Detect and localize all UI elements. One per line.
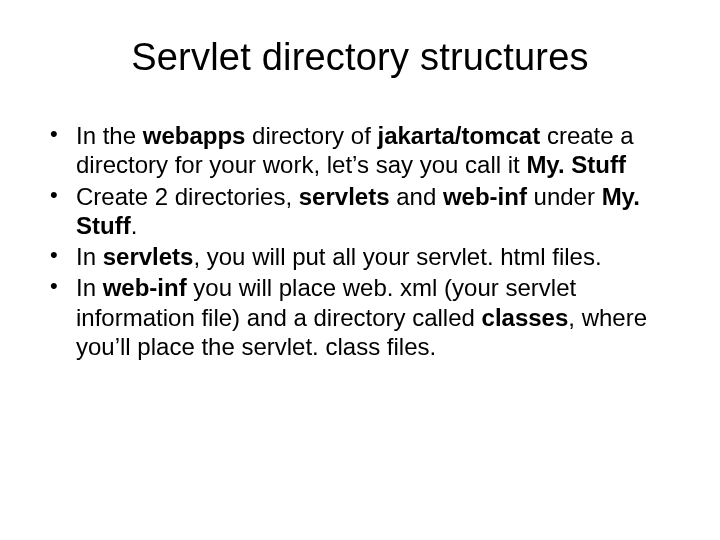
text-run: , you will put all your servlet. html fi… xyxy=(193,243,601,270)
text-run: . xyxy=(131,212,138,239)
list-item: In web-inf you will place web. xml (your… xyxy=(40,273,680,361)
text-run: directory of xyxy=(245,122,377,149)
bullet-list: In the webapps directory of jakarta/tomc… xyxy=(36,121,684,361)
list-item: In the webapps directory of jakarta/tomc… xyxy=(40,121,680,180)
text-run: In xyxy=(76,243,103,270)
text-run: webapps xyxy=(143,122,246,149)
text-run: and xyxy=(390,183,443,210)
text-run: My. Stuff xyxy=(526,151,626,178)
text-run: web-inf xyxy=(103,274,187,301)
text-run: servlets xyxy=(299,183,390,210)
text-run: Create 2 directories, xyxy=(76,183,299,210)
text-run: under xyxy=(527,183,602,210)
text-run: classes xyxy=(482,304,569,331)
text-run: web-inf xyxy=(443,183,527,210)
list-item: In servlets, you will put all your servl… xyxy=(40,242,680,271)
page-title: Servlet directory structures xyxy=(36,36,684,79)
text-run: servlets xyxy=(103,243,194,270)
text-run: In xyxy=(76,274,103,301)
slide: Servlet directory structures In the weba… xyxy=(0,0,720,540)
text-run: In the xyxy=(76,122,143,149)
text-run: jakarta/tomcat xyxy=(377,122,540,149)
list-item: Create 2 directories, servlets and web-i… xyxy=(40,182,680,241)
